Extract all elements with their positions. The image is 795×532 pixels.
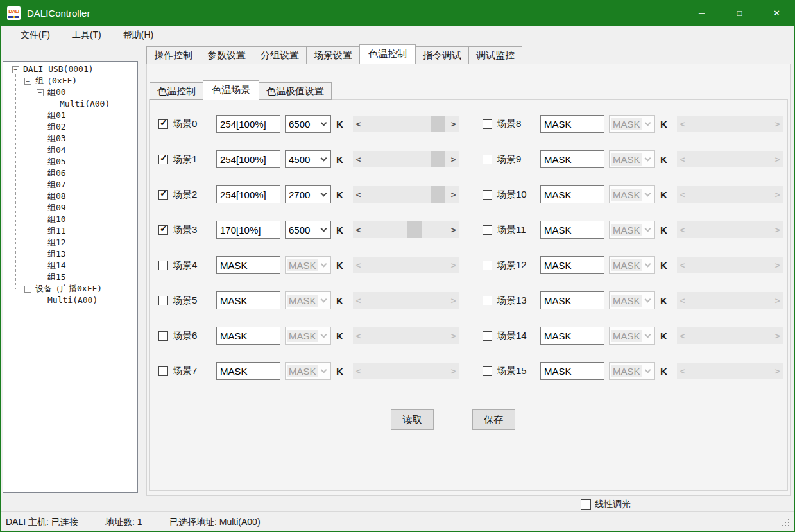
scroll-left-icon[interactable]: < bbox=[353, 151, 364, 167]
tree-item[interactable]: 组15 bbox=[3, 271, 137, 283]
menu-file[interactable]: 文件(F) bbox=[17, 28, 54, 43]
scene-level-input[interactable] bbox=[216, 291, 280, 309]
scroll-thumb[interactable] bbox=[431, 116, 445, 132]
subtab-0[interactable]: 色温控制 bbox=[150, 82, 203, 100]
scene-scrollbar[interactable]: <> bbox=[353, 151, 459, 167]
scene-level-input[interactable] bbox=[540, 185, 604, 203]
scene-checkbox[interactable] bbox=[158, 261, 168, 270]
tree-item[interactable]: −DALI USB(0001) bbox=[3, 64, 137, 75]
scroll-thumb[interactable] bbox=[407, 221, 422, 238]
scene-level-input[interactable] bbox=[216, 362, 280, 380]
scroll-track[interactable] bbox=[364, 151, 448, 167]
tree-item[interactable]: 组04 bbox=[3, 144, 137, 156]
scroll-thumb[interactable] bbox=[431, 151, 445, 167]
tree-item[interactable]: −组00 bbox=[3, 87, 137, 98]
scene-level-input[interactable] bbox=[216, 221, 280, 239]
minimize-icon[interactable]: ─ bbox=[683, 0, 721, 26]
tree-item[interactable]: Multi(A00) bbox=[3, 98, 137, 110]
scene-checkbox[interactable] bbox=[158, 366, 168, 376]
scene-checkbox[interactable] bbox=[483, 119, 492, 129]
tree-collapse-icon[interactable]: − bbox=[37, 89, 44, 96]
scroll-right-icon[interactable]: > bbox=[448, 116, 459, 132]
save-button[interactable]: 保存 bbox=[472, 409, 515, 430]
close-icon[interactable]: ✕ bbox=[758, 0, 795, 26]
kelvin-combo[interactable]: 2700 bbox=[285, 185, 331, 203]
tree-item[interactable]: 组05 bbox=[3, 156, 137, 167]
resize-grip-icon[interactable] bbox=[780, 519, 789, 528]
tree-item[interactable]: Multi(A00) bbox=[3, 295, 137, 306]
tab-5[interactable]: 指令调试 bbox=[415, 46, 469, 64]
subtab-2[interactable]: 色温极值设置 bbox=[259, 82, 332, 100]
menu-help[interactable]: 帮助(H) bbox=[119, 28, 157, 43]
scene-level-input[interactable] bbox=[540, 115, 604, 133]
kelvin-combo[interactable]: 4500 bbox=[285, 150, 331, 168]
scene-scrollbar[interactable]: <> bbox=[353, 186, 459, 203]
tree-collapse-icon[interactable]: − bbox=[12, 66, 19, 73]
tree-item[interactable]: 组12 bbox=[3, 237, 137, 248]
read-button[interactable]: 读取 bbox=[391, 409, 434, 430]
scene-level-input[interactable] bbox=[540, 150, 604, 168]
scene-checkbox[interactable] bbox=[483, 261, 492, 270]
scroll-left-icon[interactable]: < bbox=[353, 221, 364, 238]
scroll-left-icon[interactable]: < bbox=[353, 186, 364, 203]
tree-item[interactable]: 组11 bbox=[3, 225, 137, 237]
scene-checkbox[interactable] bbox=[483, 225, 492, 235]
menu-tools[interactable]: 工具(T) bbox=[68, 28, 105, 43]
scene-checkbox[interactable] bbox=[158, 331, 168, 341]
scene-checkbox[interactable] bbox=[483, 155, 492, 164]
tree-item[interactable]: −组（0xFF) bbox=[3, 75, 137, 87]
tree-item[interactable]: 组02 bbox=[3, 121, 137, 133]
scene-level-input[interactable] bbox=[216, 256, 280, 274]
scene-level-input[interactable] bbox=[540, 291, 604, 309]
scene-checkbox[interactable]: ✓ bbox=[158, 155, 168, 164]
tab-6[interactable]: 调试监控 bbox=[468, 46, 522, 64]
tree-item[interactable]: 组01 bbox=[3, 110, 137, 121]
tab-3[interactable]: 场景设置 bbox=[306, 46, 360, 64]
tree-item[interactable]: −设备（广播0xFF) bbox=[3, 283, 137, 295]
scene-checkbox[interactable] bbox=[483, 331, 492, 341]
tree-item[interactable]: 组07 bbox=[3, 179, 137, 191]
tree-collapse-icon[interactable]: − bbox=[24, 78, 31, 85]
scroll-right-icon[interactable]: > bbox=[448, 221, 459, 238]
scene-level-input[interactable] bbox=[540, 327, 604, 345]
kelvin-combo[interactable]: 6500 bbox=[285, 115, 331, 133]
tree-item[interactable]: 组03 bbox=[3, 133, 137, 144]
maximize-icon[interactable]: □ bbox=[721, 0, 758, 26]
scene-level-input[interactable] bbox=[540, 221, 604, 239]
scroll-right-icon[interactable]: > bbox=[448, 151, 459, 167]
scene-checkbox[interactable]: ✓ bbox=[158, 190, 168, 200]
scene-level-input[interactable] bbox=[216, 185, 280, 203]
scene-level-input[interactable] bbox=[216, 115, 280, 133]
scene-checkbox[interactable]: ✓ bbox=[158, 225, 168, 235]
kelvin-combo[interactable]: 6500 bbox=[285, 221, 331, 239]
tab-2[interactable]: 分组设置 bbox=[253, 46, 307, 64]
subtab-1[interactable]: 色温场景 bbox=[203, 80, 259, 100]
tree-item[interactable]: 组09 bbox=[3, 202, 137, 214]
tab-4[interactable]: 色温控制 bbox=[359, 44, 416, 64]
tree-item[interactable]: 组10 bbox=[3, 214, 137, 225]
scene-level-input[interactable] bbox=[216, 150, 280, 168]
scene-scrollbar[interactable]: <> bbox=[353, 221, 459, 238]
scene-checkbox[interactable] bbox=[483, 366, 492, 376]
tree-item[interactable]: 组13 bbox=[3, 248, 137, 260]
tree-item[interactable]: 组08 bbox=[3, 191, 137, 202]
scroll-track[interactable] bbox=[364, 221, 448, 238]
tree-item[interactable]: 组14 bbox=[3, 260, 137, 271]
scroll-track[interactable] bbox=[364, 186, 448, 203]
scroll-right-icon[interactable]: > bbox=[448, 186, 459, 203]
scene-level-input[interactable] bbox=[540, 362, 604, 380]
scroll-thumb[interactable] bbox=[431, 186, 445, 203]
scene-checkbox[interactable]: ✓ bbox=[158, 119, 168, 129]
tree-collapse-icon[interactable]: − bbox=[24, 286, 31, 293]
scene-scrollbar[interactable]: <> bbox=[353, 116, 459, 132]
tree-item[interactable]: 组06 bbox=[3, 167, 137, 179]
scroll-track[interactable] bbox=[364, 116, 448, 132]
linear-dimming-checkbox[interactable] bbox=[581, 499, 591, 510]
scene-checkbox[interactable] bbox=[158, 296, 168, 305]
scene-level-input[interactable] bbox=[540, 256, 604, 274]
scene-checkbox[interactable] bbox=[483, 296, 492, 305]
tab-1[interactable]: 参数设置 bbox=[200, 46, 253, 64]
scene-level-input[interactable] bbox=[216, 327, 280, 345]
scene-checkbox[interactable] bbox=[483, 190, 492, 200]
tab-0[interactable]: 操作控制 bbox=[146, 46, 200, 64]
